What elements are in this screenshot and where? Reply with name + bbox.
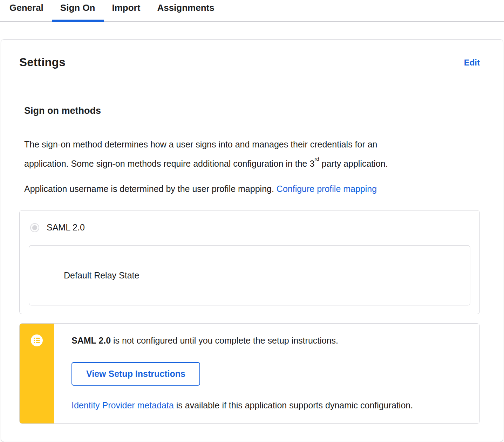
relay-state-label: Default Relay State <box>64 270 139 281</box>
username-mapping-text: Application username is determined by th… <box>24 184 277 194</box>
settings-card: Settings Edit Sign on methods The sign-o… <box>1 39 503 442</box>
callout-accent-bar <box>20 324 54 423</box>
tab-import[interactable]: Import <box>104 0 149 21</box>
identity-provider-metadata-link[interactable]: Identity Provider metadata <box>71 400 174 410</box>
callout-message-rest: is not configured until you complete the… <box>111 336 338 345</box>
view-setup-instructions-button[interactable]: View Setup Instructions <box>71 362 200 386</box>
saml-radio-button[interactable] <box>30 223 39 232</box>
tab-general[interactable]: General <box>1 0 52 21</box>
callout-message-bold: SAML 2.0 <box>71 336 111 345</box>
relay-state-box: Default Relay State <box>29 245 470 305</box>
callout-message: SAML 2.0 is not configured until you com… <box>71 335 465 346</box>
card-header: Settings Edit <box>19 56 480 69</box>
tab-bar: General Sign On Import Assignments <box>0 0 504 22</box>
callout-content: SAML 2.0 is not configured until you com… <box>54 324 479 423</box>
saml-radio-row: SAML 2.0 <box>20 210 479 233</box>
list-icon <box>31 334 43 348</box>
sign-on-description: The sign-on method determines how a user… <box>24 136 417 172</box>
metadata-text: Identity Provider metadata is available … <box>71 400 465 410</box>
profile-mapping-text: Application username is determined by th… <box>24 180 480 198</box>
edit-link[interactable]: Edit <box>464 58 480 68</box>
page-title: Settings <box>19 56 66 69</box>
metadata-text-rest: is available if this application support… <box>174 400 413 410</box>
tab-sign-on[interactable]: Sign On <box>52 0 104 21</box>
description-text-part2: party application. <box>319 159 388 168</box>
saml-radio-label: SAML 2.0 <box>47 222 85 233</box>
saml-method-box: SAML 2.0 Default Relay State <box>19 210 480 314</box>
setup-callout: SAML 2.0 is not configured until you com… <box>19 323 480 424</box>
configure-profile-mapping-link[interactable]: Configure profile mapping <box>277 184 377 194</box>
description-ordinal-sup: rd <box>314 156 319 162</box>
sign-on-methods-heading: Sign on methods <box>24 105 480 116</box>
tab-assignments[interactable]: Assignments <box>149 0 223 21</box>
